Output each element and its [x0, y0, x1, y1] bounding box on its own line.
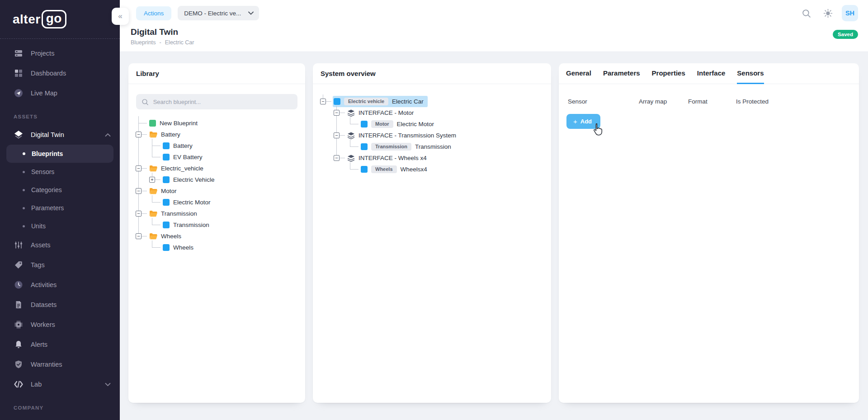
- sidebar-item-datasets[interactable]: Datasets: [0, 295, 120, 315]
- sidebar-item-blueprints[interactable]: Blueprints: [6, 145, 113, 163]
- sidebar-item-dashboards[interactable]: Dashboards: [0, 63, 120, 83]
- system-row-interface-transmission-system[interactable]: −INTERFACE - Transmission System: [346, 130, 460, 141]
- collapse-expander-icon[interactable]: −: [136, 165, 142, 171]
- main-area: Actions DEMO - Electric ve... SH Digital…: [120, 0, 868, 420]
- tree-node-label: INTERFACE - Wheels x4: [359, 155, 427, 161]
- column-header-format: Format: [688, 98, 736, 105]
- search-button[interactable]: [798, 5, 814, 21]
- tree-node-label: New Blueprint: [160, 120, 198, 127]
- tree-node-label: Wheelsx4: [401, 166, 427, 173]
- tab-interface[interactable]: Interface: [697, 69, 726, 84]
- library-row-electric-vehicle[interactable]: +Electric Vehicle: [162, 174, 219, 185]
- sidebar-item-label: Assets: [31, 241, 51, 249]
- theme-toggle-button[interactable]: [820, 5, 835, 21]
- folder-icon: [149, 210, 157, 217]
- chevron-down-icon: [105, 381, 111, 388]
- library-row-electric-vehicle[interactable]: −Electric_vehicle: [148, 163, 208, 174]
- collapse-expander-icon[interactable]: −: [136, 188, 142, 194]
- blue-square-icon: [163, 222, 170, 228]
- breadcrumb-item-blueprints[interactable]: Blueprints: [131, 39, 156, 46]
- system-tree: −Electric vehicleElectric Car−INTERFACE …: [313, 84, 551, 179]
- system-row-electric-motor[interactable]: MotorElectric Motor: [360, 118, 438, 130]
- tab-parameters[interactable]: Parameters: [603, 69, 640, 84]
- sun-icon: [823, 9, 833, 18]
- tree-node-label: Electric Motor: [173, 199, 211, 206]
- tree-node: −BatteryBatteryEV Battery: [148, 129, 301, 163]
- sensors-table-header: SensorArray mapFormatIs Protected: [559, 98, 859, 105]
- collapse-expander-icon[interactable]: −: [136, 132, 142, 137]
- sidebar-item-label: Datasets: [31, 301, 57, 308]
- avatar[interactable]: SH: [842, 5, 858, 21]
- tab-properties[interactable]: Properties: [652, 69, 685, 84]
- sidebar-item-digital-twin[interactable]: Digital Twin: [0, 125, 120, 145]
- library-row-electric-motor[interactable]: Electric Motor: [162, 197, 215, 208]
- tab-general[interactable]: General: [566, 69, 591, 84]
- library-row-battery[interactable]: −Battery: [148, 129, 184, 140]
- collapse-expander-icon[interactable]: −: [136, 233, 142, 239]
- sidebar-item-units[interactable]: Units: [6, 217, 113, 235]
- library-row-transmission[interactable]: −Transmission: [148, 208, 201, 219]
- sidebar-collapse-button[interactable]: «: [112, 8, 129, 25]
- add-button-label: Add: [580, 118, 592, 125]
- tree-node: Battery: [162, 140, 301, 151]
- sidebar-item-workers[interactable]: Workers: [0, 315, 120, 335]
- collapse-expander-icon[interactable]: −: [334, 132, 340, 138]
- library-panel: Library New Blueprint−BatteryBatteryEV B…: [128, 63, 305, 403]
- blue-square-icon: [163, 142, 170, 149]
- sidebar-item-tags[interactable]: Tags: [0, 255, 120, 275]
- system-overview-panel: System overview −Electric vehicleElectri…: [313, 63, 551, 403]
- blue-square-icon: [163, 244, 170, 251]
- tab-sensors[interactable]: Sensors: [737, 69, 764, 84]
- project-selector[interactable]: DEMO - Electric ve...: [178, 6, 259, 20]
- sidebar-section-assets: ASSETS: [0, 103, 120, 125]
- expand-expander-icon[interactable]: +: [149, 177, 155, 183]
- breadcrumb-item-current: Electric Car: [165, 39, 194, 46]
- sidebar-item-activities[interactable]: Activities: [0, 275, 120, 295]
- sidebar-item-lab[interactable]: Lab: [0, 374, 120, 394]
- system-row-transmission[interactable]: TransmissionTransmission: [360, 141, 455, 152]
- sidebar-item-live-map[interactable]: Live Map: [0, 83, 120, 103]
- sidebar-item-assets[interactable]: Assets: [0, 235, 120, 255]
- sidebar-item-alerts[interactable]: Alerts: [0, 335, 120, 354]
- sidebar-item-categories[interactable]: Categories: [6, 181, 113, 199]
- library-row-ev-battery[interactable]: EV Battery: [162, 151, 207, 163]
- column-header-sensor: Sensor: [568, 98, 639, 105]
- system-row-wheelsx4[interactable]: WheelsWheelsx4: [360, 164, 431, 175]
- collapse-expander-icon[interactable]: −: [334, 110, 340, 116]
- collapse-expander-icon[interactable]: −: [136, 211, 142, 217]
- collapse-expander-icon[interactable]: −: [334, 155, 340, 161]
- sidebar-section-company: COMPANY: [0, 394, 120, 416]
- tree-node: WheelsWheelsx4: [360, 164, 547, 175]
- collapse-expander-icon[interactable]: −: [320, 99, 326, 104]
- search-input[interactable]: [153, 99, 292, 105]
- blue-square-icon: [163, 199, 170, 206]
- actions-button[interactable]: Actions: [136, 6, 171, 20]
- sidebar-item-label: Dashboards: [31, 70, 66, 77]
- system-row-interface-wheels-x4[interactable]: −INTERFACE - Wheels x4: [346, 152, 431, 164]
- tree-node-label: Battery: [173, 142, 193, 149]
- system-row-interface-motor[interactable]: −INTERFACE - Motor: [346, 107, 418, 118]
- sidebar-subitem-label: Blueprints: [32, 150, 63, 157]
- sidebar-item-sensors[interactable]: Sensors: [6, 163, 113, 181]
- library-row-transmission[interactable]: Transmission: [162, 219, 213, 231]
- library-row-motor[interactable]: −Motor: [148, 185, 181, 197]
- folder-icon: [149, 188, 157, 194]
- mouse-cursor-icon: [592, 123, 604, 136]
- sidebar-item-projects[interactable]: Projects: [0, 43, 120, 63]
- sidebar-item-label: Alerts: [31, 341, 47, 348]
- system-row-electric-car[interactable]: −Electric vehicleElectric Car: [333, 96, 428, 107]
- library-row-wheels[interactable]: −Wheels: [148, 231, 185, 242]
- tree-node-label: Motor: [161, 188, 177, 194]
- sidebar-subitem-label: Categories: [31, 186, 62, 193]
- project-selector-value: DEMO - Electric ve...: [184, 10, 241, 17]
- library-row-new-blueprint[interactable]: New Blueprint: [148, 118, 202, 129]
- library-row-battery[interactable]: Battery: [162, 140, 197, 151]
- tree-node: −Electric vehicleElectric Car−INTERFACE …: [333, 96, 547, 175]
- library-row-wheels[interactable]: Wheels: [162, 242, 198, 253]
- status-badge: Saved: [833, 30, 858, 39]
- sidebar-subitem-label: Units: [31, 222, 46, 230]
- sidebar-item-parameters[interactable]: Parameters: [6, 199, 113, 217]
- tree-node: −Electric_vehicle+Electric Vehicle: [148, 163, 301, 185]
- sidebar-item-warranties[interactable]: Warranties: [0, 354, 120, 374]
- blueprint-type-badge: Electric vehicle: [344, 98, 388, 105]
